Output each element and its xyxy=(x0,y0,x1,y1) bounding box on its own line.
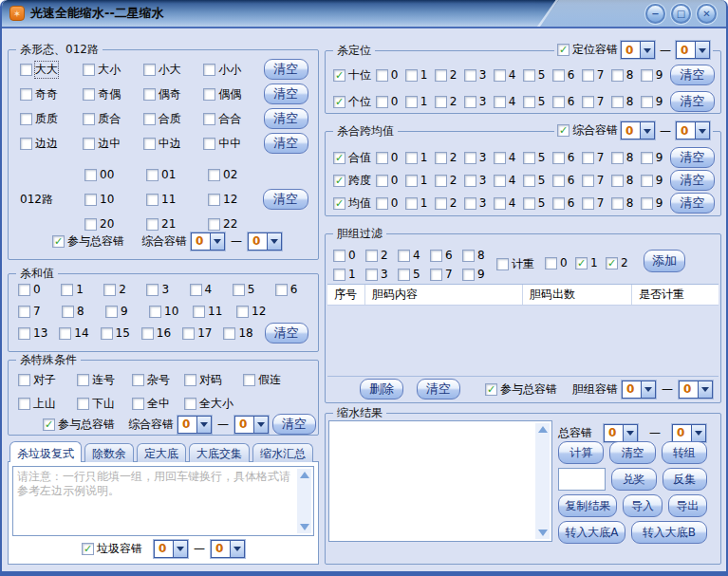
to-pool-a-button[interactable]: 转入大底A xyxy=(558,521,625,544)
tolerance-max-dropdown[interactable]: 0 xyxy=(676,121,710,139)
scrollbar[interactable] xyxy=(535,423,550,539)
checkbox-18[interactable]: 18 xyxy=(223,326,264,340)
checkbox-10[interactable]: 10 xyxy=(149,305,193,318)
clear-button[interactable]: 清空 xyxy=(265,323,308,344)
clear-button[interactable]: 清空 xyxy=(264,133,308,154)
tolerance-min-dropdown[interactable]: 0 xyxy=(191,232,225,251)
checkbox-边中[interactable]: 边中 xyxy=(83,136,142,152)
checkbox-1[interactable]: 1 xyxy=(405,196,435,210)
checkbox-杂号[interactable]: 杂号 xyxy=(132,372,184,388)
checkbox-5[interactable]: 5 xyxy=(523,68,552,82)
checkbox-6[interactable]: 6 xyxy=(552,151,582,164)
checkbox-join-total[interactable]: ✓参与总容错 xyxy=(52,233,124,250)
prize-check-input[interactable] xyxy=(558,468,606,491)
checkbox-span-value[interactable]: ✓跨度 xyxy=(333,173,376,189)
checkbox-5[interactable]: 5 xyxy=(398,268,430,281)
checkbox-tens[interactable]: ✓十位 xyxy=(333,67,376,84)
checkbox-2[interactable]: 2 xyxy=(435,196,464,210)
checkbox-2[interactable]: ✓2 xyxy=(606,256,636,269)
checkbox-units[interactable]: ✓个位 xyxy=(333,94,376,110)
clear-button[interactable]: 清空 xyxy=(670,147,715,168)
export-button[interactable]: 导出 xyxy=(668,494,707,517)
checkbox-9[interactable]: 9 xyxy=(641,174,670,187)
checkbox-8[interactable]: 8 xyxy=(611,196,641,210)
scroll-up-icon[interactable] xyxy=(300,472,309,478)
checkbox-1[interactable]: 1 xyxy=(405,174,435,187)
tab-杀垃圾复式[interactable]: 杀垃圾复式 xyxy=(9,441,82,462)
checkbox-7[interactable]: 7 xyxy=(18,305,62,318)
checkbox-12[interactable]: 12 xyxy=(208,193,270,206)
checkbox-3[interactable]: 3 xyxy=(146,283,189,296)
checkbox-质质[interactable]: 质质 xyxy=(20,111,83,127)
clear-button[interactable]: 清空 xyxy=(264,108,308,129)
checkbox-4[interactable]: 4 xyxy=(494,151,523,164)
checkbox-小小[interactable]: 小小 xyxy=(203,62,263,78)
checkbox-3[interactable]: 3 xyxy=(464,174,494,187)
checkbox-8[interactable]: 8 xyxy=(62,305,105,318)
checkbox-0[interactable]: 0 xyxy=(333,249,365,262)
checkbox-上山[interactable]: 上山 xyxy=(18,396,77,412)
tolerance-max-dropdown[interactable]: 0 xyxy=(679,381,713,399)
clear-button[interactable]: 清空 xyxy=(264,84,308,104)
checkbox-20[interactable]: 20 xyxy=(84,217,146,231)
checkbox-大大[interactable]: 大大 xyxy=(20,62,83,78)
prize-check-button[interactable]: 兑奖 xyxy=(611,468,657,491)
checkbox-7[interactable]: 7 xyxy=(582,68,611,82)
result-output[interactable] xyxy=(328,420,552,542)
checkbox-4[interactable]: 4 xyxy=(494,95,523,108)
checkbox-全大小[interactable]: 全大小 xyxy=(184,396,243,412)
checkbox-偶奇[interactable]: 偶奇 xyxy=(143,86,203,102)
checkbox-16[interactable]: 16 xyxy=(141,326,182,340)
checkbox-sum-value[interactable]: ✓合值 xyxy=(333,150,376,166)
scroll-up-icon[interactable] xyxy=(538,426,548,433)
checkbox-7[interactable]: 7 xyxy=(430,268,462,281)
checkbox-6[interactable]: 6 xyxy=(552,196,582,210)
delete-button[interactable]: 删除 xyxy=(360,379,403,399)
clear-button[interactable]: 清空 xyxy=(417,379,460,399)
tolerance-max-dropdown[interactable]: 0 xyxy=(248,232,282,251)
checkbox-合合[interactable]: 合合 xyxy=(203,111,263,127)
scrollbar[interactable] xyxy=(297,469,311,533)
checkbox-1[interactable]: 1 xyxy=(61,283,103,296)
checkbox-下山[interactable]: 下山 xyxy=(77,396,132,412)
clear-button[interactable]: 清空 xyxy=(272,414,316,435)
checkbox-4[interactable]: 4 xyxy=(494,196,523,210)
checkbox-position-tolerance[interactable]: ✓定位容错 xyxy=(557,42,618,58)
checkbox-8[interactable]: 8 xyxy=(611,95,641,108)
checkbox-9[interactable]: 9 xyxy=(641,196,670,210)
checkbox-5[interactable]: 5 xyxy=(233,283,275,296)
checkbox-9[interactable]: 9 xyxy=(641,95,670,108)
checkbox-garbage-tolerance[interactable]: ✓垃圾容错 xyxy=(82,541,142,557)
checkbox-1[interactable]: 1 xyxy=(333,268,365,281)
checkbox-weight[interactable]: 计重 xyxy=(496,256,534,272)
checkbox-span-tolerance[interactable]: ✓综合容错 xyxy=(557,122,618,139)
checkbox-2[interactable]: 2 xyxy=(435,151,464,164)
checkbox-6[interactable]: 6 xyxy=(552,174,582,187)
checkbox-3[interactable]: 3 xyxy=(365,268,398,281)
checkbox-12[interactable]: 12 xyxy=(236,305,280,318)
checkbox-8[interactable]: 8 xyxy=(611,174,641,187)
tolerance-max-dropdown[interactable]: 0 xyxy=(234,416,269,434)
copy-result-button[interactable]: 复制结果 xyxy=(558,494,617,517)
checkbox-0[interactable]: 0 xyxy=(376,95,405,108)
tab-除数余[interactable]: 除数余 xyxy=(84,443,134,462)
tolerance-min-dropdown[interactable]: 0 xyxy=(604,424,638,442)
checkbox-11[interactable]: 11 xyxy=(146,193,208,206)
checkbox-0[interactable]: 0 xyxy=(376,68,405,82)
checkbox-2[interactable]: 2 xyxy=(435,174,464,187)
minimize-button[interactable]: − xyxy=(645,4,665,24)
checkbox-7[interactable]: 7 xyxy=(582,95,611,108)
checkbox-3[interactable]: 3 xyxy=(464,95,494,108)
checkbox-0[interactable]: 0 xyxy=(376,151,405,164)
checkbox-21[interactable]: 21 xyxy=(146,217,208,231)
invert-set-button[interactable]: 反集 xyxy=(663,468,708,491)
tolerance-max-dropdown[interactable]: 0 xyxy=(676,41,710,59)
checkbox-7[interactable]: 7 xyxy=(582,151,611,164)
checkbox-全中[interactable]: 全中 xyxy=(132,396,184,412)
checkbox-15[interactable]: 15 xyxy=(101,326,141,340)
checkbox-6[interactable]: 6 xyxy=(430,249,462,262)
scroll-down-icon[interactable] xyxy=(538,530,548,536)
checkbox-join-total[interactable]: ✓参与总容错 xyxy=(43,417,115,433)
checkbox-2[interactable]: 2 xyxy=(365,249,398,262)
checkbox-0[interactable]: 0 xyxy=(545,256,575,269)
